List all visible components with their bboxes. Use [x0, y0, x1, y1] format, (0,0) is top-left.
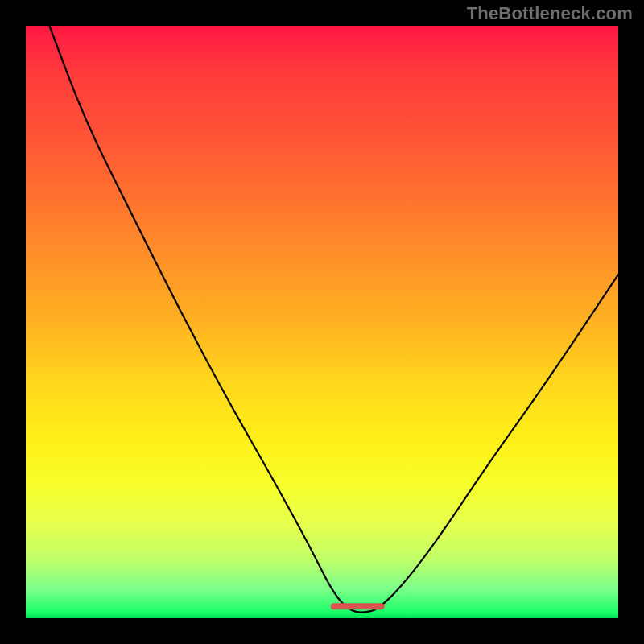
- curve-layer: [26, 26, 618, 618]
- bottleneck-curve: [49, 26, 618, 613]
- plot-area: [26, 26, 618, 618]
- watermark-text: TheBottleneck.com: [467, 3, 633, 24]
- chart-frame: TheBottleneck.com: [0, 0, 644, 644]
